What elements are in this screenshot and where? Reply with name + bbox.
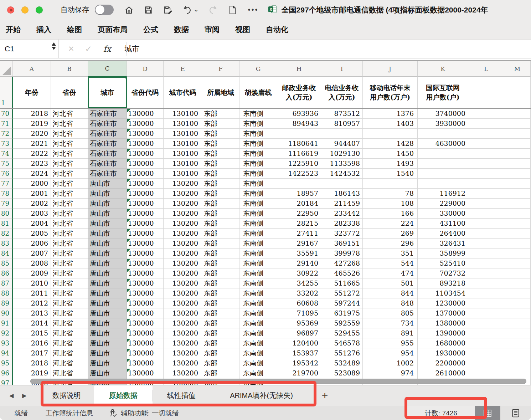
- cell[interactable]: [468, 258, 504, 268]
- cell[interactable]: 东南侧: [239, 358, 277, 368]
- cell[interactable]: 东部: [202, 358, 239, 368]
- cell[interactable]: 1370000: [418, 308, 468, 318]
- cell[interactable]: 河北省: [51, 179, 88, 189]
- ribbon-tab-审阅[interactable]: 审阅: [205, 25, 220, 35]
- row-header[interactable]: 70: [0, 109, 13, 119]
- cell[interactable]: 130000: [127, 348, 164, 358]
- cell[interactable]: 544: [363, 258, 418, 268]
- cell[interactable]: 525410: [418, 258, 468, 268]
- cell[interactable]: [468, 159, 504, 169]
- cell[interactable]: 166: [363, 209, 418, 219]
- cell[interactable]: 130200: [164, 249, 202, 258]
- cell[interactable]: 130200: [164, 328, 202, 338]
- cell[interactable]: 东部: [202, 348, 239, 358]
- cell[interactable]: 东部: [202, 368, 239, 378]
- sheet-tab-ARIMA填补(无缺失)[interactable]: ARIMA填补(无缺失): [210, 385, 313, 406]
- cell[interactable]: 532489: [321, 358, 363, 368]
- cell[interactable]: 河北省: [51, 338, 88, 348]
- cell[interactable]: 东部: [202, 199, 239, 209]
- row-header[interactable]: 86: [0, 268, 13, 278]
- cell[interactable]: 891: [363, 328, 418, 338]
- workbook-stats-button[interactable]: 工作簿统计信息: [46, 409, 93, 418]
- cell[interactable]: 130100: [164, 109, 202, 119]
- cell[interactable]: [504, 169, 531, 179]
- cell[interactable]: 东部: [202, 268, 239, 278]
- cell[interactable]: 2016: [13, 338, 51, 348]
- ribbon-tab-开始[interactable]: 开始: [6, 25, 21, 35]
- cell[interactable]: 130200: [164, 318, 202, 328]
- cell[interactable]: 427268: [321, 258, 363, 268]
- cell[interactable]: 848: [363, 298, 418, 308]
- header-cell-L[interactable]: [468, 77, 504, 108]
- cell[interactable]: 130200: [164, 288, 202, 298]
- row-header[interactable]: 75: [0, 159, 13, 169]
- column-header-D[interactable]: D: [127, 61, 164, 77]
- cell[interactable]: 1230000: [418, 298, 468, 308]
- cell[interactable]: [468, 179, 504, 189]
- close-button[interactable]: [7, 6, 14, 14]
- cell[interactable]: [321, 129, 363, 139]
- cell[interactable]: [504, 358, 531, 368]
- cell[interactable]: 唐山市: [88, 199, 127, 209]
- document-icon[interactable]: [227, 5, 238, 15]
- cell[interactable]: [504, 288, 531, 298]
- cell[interactable]: [468, 338, 504, 348]
- column-header-L[interactable]: L: [468, 61, 504, 77]
- cell[interactable]: 东南侧: [239, 229, 277, 239]
- cell[interactable]: 130000: [127, 258, 164, 268]
- cell[interactable]: 2017: [13, 348, 51, 358]
- cell[interactable]: [504, 139, 531, 149]
- cell[interactable]: 130100: [164, 169, 202, 179]
- select-all-corner[interactable]: [0, 61, 13, 77]
- cell[interactable]: 2021: [13, 139, 51, 149]
- cell[interactable]: 2005: [13, 229, 51, 239]
- cell[interactable]: 2001: [13, 189, 51, 199]
- name-box-spinner[interactable]: [52, 42, 56, 50]
- cell[interactable]: [504, 119, 531, 129]
- cell[interactable]: 35591: [277, 249, 321, 258]
- cell[interactable]: 130000: [127, 129, 164, 139]
- cell[interactable]: 唐山市: [88, 209, 127, 219]
- cell[interactable]: 东南侧: [239, 159, 277, 169]
- cell[interactable]: 954: [363, 348, 418, 358]
- cell[interactable]: 30922: [277, 268, 321, 278]
- cell[interactable]: 130000: [127, 199, 164, 209]
- cell[interactable]: 130200: [164, 229, 202, 239]
- header-cell-A[interactable]: 年份: [13, 77, 51, 108]
- cell[interactable]: 96897: [277, 328, 321, 338]
- cell[interactable]: 282338: [321, 219, 363, 229]
- cell[interactable]: 1450: [363, 149, 418, 159]
- cell[interactable]: 130200: [164, 219, 202, 229]
- cell[interactable]: [468, 189, 504, 199]
- cell[interactable]: 东南侧: [239, 149, 277, 159]
- cell[interactable]: 130200: [164, 199, 202, 209]
- cell[interactable]: 2011: [13, 288, 51, 298]
- cell[interactable]: 130000: [127, 179, 164, 189]
- cell[interactable]: 河北省: [51, 199, 88, 209]
- cell[interactable]: 石家庄市: [88, 169, 127, 179]
- cell[interactable]: 东南侧: [239, 348, 277, 358]
- cell[interactable]: 18957: [277, 189, 321, 199]
- cell[interactable]: 229000: [418, 199, 468, 209]
- cell[interactable]: 108: [363, 199, 418, 209]
- row-header[interactable]: 72: [0, 129, 13, 139]
- row-header[interactable]: 71: [0, 119, 13, 129]
- cell[interactable]: [504, 258, 531, 268]
- cell[interactable]: [468, 139, 504, 149]
- cell[interactable]: 2003: [13, 209, 51, 219]
- cell[interactable]: 20184: [277, 199, 321, 209]
- cell[interactable]: [363, 129, 418, 139]
- header-cell-J[interactable]: 移动电话年末 用户数(万户): [363, 77, 418, 108]
- cell[interactable]: 东南侧: [239, 189, 277, 199]
- cell[interactable]: 东部: [202, 278, 239, 288]
- cell[interactable]: 唐山市: [88, 249, 127, 258]
- cell[interactable]: 130200: [164, 239, 202, 249]
- zoom-button[interactable]: [36, 6, 43, 14]
- cell[interactable]: 1180641: [277, 139, 321, 149]
- row-header[interactable]: 1: [0, 77, 13, 108]
- cell[interactable]: 1376: [363, 109, 418, 119]
- cell[interactable]: 河北省: [51, 258, 88, 268]
- cell[interactable]: 130000: [127, 189, 164, 199]
- row-header[interactable]: 94: [0, 348, 13, 358]
- cell[interactable]: 2015: [13, 328, 51, 338]
